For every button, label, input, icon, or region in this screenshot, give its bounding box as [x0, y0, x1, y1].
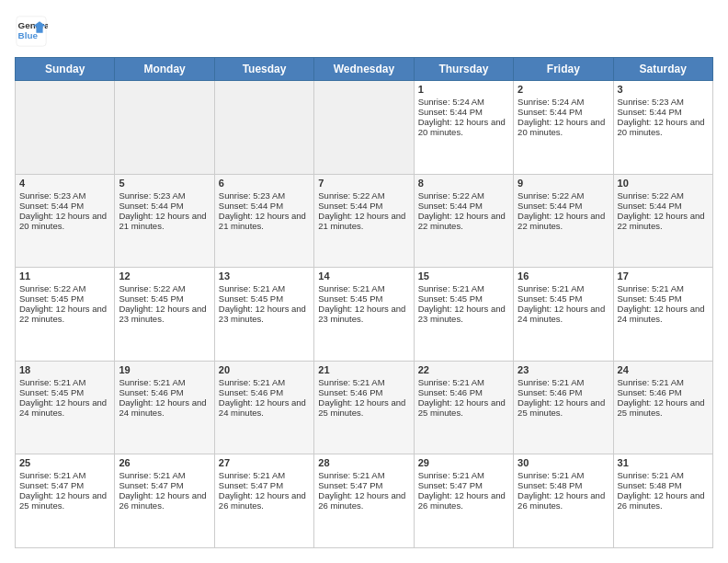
daylight-info: Daylight: 12 hours and 20 minutes. — [618, 117, 705, 137]
calendar-cell — [16, 81, 115, 175]
sunset-info: Sunset: 5:47 PM — [418, 480, 483, 490]
day-number: 8 — [418, 178, 509, 189]
sunrise-info: Sunrise: 5:21 AM — [219, 283, 285, 293]
day-number: 16 — [518, 270, 609, 282]
calendar-cell: 21Sunrise: 5:21 AMSunset: 5:46 PMDayligh… — [314, 361, 414, 454]
calendar-cell — [314, 81, 414, 175]
calendar-cell: 6Sunrise: 5:23 AMSunset: 5:44 PMDaylight… — [214, 174, 313, 268]
sunrise-info: Sunrise: 5:22 AM — [418, 190, 484, 201]
sunrise-info: Sunrise: 5:21 AM — [119, 377, 185, 387]
day-number: 9 — [518, 178, 609, 189]
day-number: 23 — [518, 364, 609, 375]
header: General Blue — [15, 15, 713, 48]
calendar-cell: 7Sunrise: 5:22 AMSunset: 5:44 PMDaylight… — [314, 174, 414, 268]
sunset-info: Sunset: 5:44 PM — [418, 107, 483, 117]
day-number: 15 — [418, 270, 509, 282]
calendar-week-row: 18Sunrise: 5:21 AMSunset: 5:45 PMDayligh… — [16, 361, 713, 454]
sunrise-info: Sunrise: 5:21 AM — [119, 470, 185, 480]
sunrise-info: Sunrise: 5:21 AM — [318, 470, 384, 480]
daylight-info: Daylight: 12 hours and 26 minutes. — [518, 490, 605, 511]
sunset-info: Sunset: 5:44 PM — [119, 201, 183, 211]
calendar-cell: 10Sunrise: 5:22 AMSunset: 5:44 PMDayligh… — [613, 174, 712, 268]
sunset-info: Sunset: 5:48 PM — [518, 480, 582, 490]
day-number: 28 — [318, 457, 409, 468]
weekday-header-row: SundayMondayTuesdayWednesdayThursdayFrid… — [16, 58, 713, 81]
calendar-cell — [214, 81, 313, 175]
daylight-info: Daylight: 12 hours and 20 minutes. — [518, 117, 605, 137]
sunset-info: Sunset: 5:45 PM — [418, 293, 483, 304]
sunset-info: Sunset: 5:47 PM — [119, 480, 183, 490]
daylight-info: Daylight: 12 hours and 22 minutes. — [618, 211, 705, 231]
daylight-info: Daylight: 12 hours and 24 minutes. — [119, 397, 206, 418]
calendar-table: SundayMondayTuesdayWednesdayThursdayFrid… — [15, 57, 713, 548]
day-number: 5 — [119, 178, 210, 189]
sunset-info: Sunset: 5:44 PM — [19, 201, 84, 211]
daylight-info: Daylight: 12 hours and 20 minutes. — [418, 117, 506, 137]
calendar-cell — [115, 81, 214, 175]
daylight-info: Daylight: 12 hours and 24 minutes. — [518, 304, 605, 324]
calendar-cell: 18Sunrise: 5:21 AMSunset: 5:45 PMDayligh… — [16, 361, 115, 454]
sunset-info: Sunset: 5:46 PM — [119, 387, 183, 397]
daylight-info: Daylight: 12 hours and 25 minutes. — [418, 397, 506, 418]
daylight-info: Daylight: 12 hours and 23 minutes. — [119, 304, 206, 324]
sunrise-info: Sunrise: 5:21 AM — [518, 470, 584, 480]
calendar-cell: 30Sunrise: 5:21 AMSunset: 5:48 PMDayligh… — [514, 454, 613, 548]
calendar-cell: 26Sunrise: 5:21 AMSunset: 5:47 PMDayligh… — [115, 454, 214, 548]
day-number: 27 — [219, 457, 310, 468]
weekday-header: Tuesday — [214, 58, 313, 81]
sunrise-info: Sunrise: 5:21 AM — [418, 283, 484, 293]
calendar-cell: 2Sunrise: 5:24 AMSunset: 5:44 PMDaylight… — [514, 81, 613, 175]
weekday-header: Monday — [115, 58, 214, 81]
sunrise-info: Sunrise: 5:21 AM — [418, 377, 484, 387]
sunset-info: Sunset: 5:45 PM — [518, 293, 582, 304]
daylight-info: Daylight: 12 hours and 25 minutes. — [19, 490, 107, 511]
daylight-info: Daylight: 12 hours and 22 minutes. — [518, 211, 605, 231]
sunset-info: Sunset: 5:45 PM — [618, 293, 682, 304]
sunset-info: Sunset: 5:46 PM — [418, 387, 483, 397]
calendar-week-row: 1Sunrise: 5:24 AMSunset: 5:44 PMDaylight… — [16, 81, 713, 175]
day-number: 25 — [19, 457, 110, 468]
weekday-header: Saturday — [613, 58, 712, 81]
day-number: 30 — [518, 457, 609, 468]
sunset-info: Sunset: 5:44 PM — [518, 201, 582, 211]
calendar-cell: 15Sunrise: 5:21 AMSunset: 5:45 PMDayligh… — [414, 268, 513, 362]
calendar-cell: 4Sunrise: 5:23 AMSunset: 5:44 PMDaylight… — [16, 174, 115, 268]
page: General Blue SundayMondayTuesdayWednesda… — [0, 0, 728, 563]
day-number: 7 — [318, 178, 409, 189]
daylight-info: Daylight: 12 hours and 22 minutes. — [418, 211, 506, 231]
sunset-info: Sunset: 5:45 PM — [19, 387, 84, 397]
svg-text:Blue: Blue — [18, 30, 39, 40]
sunset-info: Sunset: 5:45 PM — [318, 293, 382, 304]
weekday-header: Thursday — [414, 58, 513, 81]
daylight-info: Daylight: 12 hours and 21 minutes. — [318, 211, 405, 231]
day-number: 11 — [19, 270, 110, 282]
daylight-info: Daylight: 12 hours and 21 minutes. — [219, 211, 306, 231]
sunset-info: Sunset: 5:46 PM — [618, 387, 682, 397]
calendar-cell: 5Sunrise: 5:23 AMSunset: 5:44 PMDaylight… — [115, 174, 214, 268]
day-number: 17 — [618, 270, 709, 282]
day-number: 1 — [418, 84, 509, 95]
daylight-info: Daylight: 12 hours and 26 minutes. — [318, 490, 405, 511]
calendar-week-row: 25Sunrise: 5:21 AMSunset: 5:47 PMDayligh… — [16, 454, 713, 548]
sunset-info: Sunset: 5:48 PM — [618, 480, 682, 490]
weekday-header: Sunday — [16, 58, 115, 81]
day-number: 12 — [119, 270, 210, 282]
calendar-cell: 19Sunrise: 5:21 AMSunset: 5:46 PMDayligh… — [115, 361, 214, 454]
sunrise-info: Sunrise: 5:21 AM — [418, 470, 484, 480]
calendar-cell: 14Sunrise: 5:21 AMSunset: 5:45 PMDayligh… — [314, 268, 414, 362]
sunrise-info: Sunrise: 5:24 AM — [518, 97, 584, 107]
sunset-info: Sunset: 5:45 PM — [219, 293, 283, 304]
daylight-info: Daylight: 12 hours and 20 minutes. — [19, 211, 107, 231]
sunrise-info: Sunrise: 5:21 AM — [518, 283, 584, 293]
calendar-cell: 28Sunrise: 5:21 AMSunset: 5:47 PMDayligh… — [314, 454, 414, 548]
day-number: 4 — [19, 178, 110, 189]
sunrise-info: Sunrise: 5:21 AM — [518, 377, 584, 387]
sunrise-info: Sunrise: 5:21 AM — [219, 470, 285, 480]
sunrise-info: Sunrise: 5:22 AM — [119, 283, 185, 293]
day-number: 24 — [618, 364, 709, 375]
sunset-info: Sunset: 5:44 PM — [219, 201, 283, 211]
sunrise-info: Sunrise: 5:22 AM — [518, 190, 584, 201]
weekday-header: Wednesday — [314, 58, 414, 81]
daylight-info: Daylight: 12 hours and 21 minutes. — [119, 211, 206, 231]
sunrise-info: Sunrise: 5:21 AM — [219, 377, 285, 387]
